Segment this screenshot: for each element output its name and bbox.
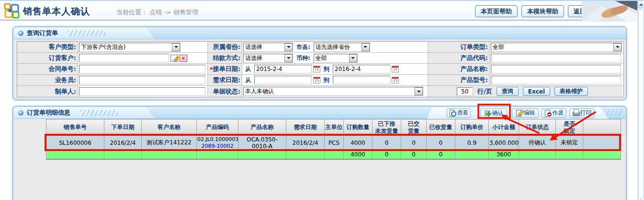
query-button[interactable]: 查询 [497,87,519,96]
order-customer-cell: ✕ [78,53,208,63]
screen: 销售单本人确认 当前位置： 点晴 -> 销售管理 本页面帮助 本模块帮助 返回 … [0,0,644,200]
select-value: 全部 [491,43,613,51]
query-panel-title: 查询订货单 [27,29,58,37]
view-button[interactable]: 查看 [447,108,471,118]
province-select[interactable]: 请选择 [243,43,293,52]
demand-date-from-input[interactable] [254,76,312,84]
receive-date-label: * 接单日期: [208,64,242,74]
summary-cell [556,150,583,159]
city-select[interactable]: 请先选择省份 [314,43,370,52]
handshake-photo [582,1,637,22]
select-value: 请先选择省份 [314,43,362,51]
view-icon [449,109,456,117]
product-code-text: 02.JL0.1000003 [197,136,237,143]
salesman-input[interactable] [79,76,205,84]
currency-select[interactable]: 全部 [314,54,358,63]
chevron-down-icon[interactable] [172,43,180,51]
contract-no-input[interactable] [79,65,205,73]
pick-customer-icon[interactable] [170,55,178,62]
order-customer-input[interactable] [79,54,169,62]
print-button[interactable]: 打印 [569,108,594,118]
chevron-down-icon[interactable] [284,54,293,62]
order-row-selected[interactable]: SL1600006 2016/2/4 测试客户141222 02.JL0.100… [46,136,621,150]
doc-status-label: 单据状态: [208,86,242,97]
product-code-input[interactable] [491,54,621,62]
cell-received: 0 [427,136,455,150]
void-button[interactable]: 作废 [542,108,566,118]
select-value: 请选择 [244,54,284,62]
product-code-label: 产品代码: [428,53,490,63]
currency-label: 币种: [296,54,310,62]
detail-table-wrap: 销售单号 下单日期 客户名称 产品编码 产品名称 需求日期 主单位 订购数量 已… [46,119,621,160]
creator-input[interactable] [79,87,205,96]
payment-method-select[interactable]: 请选择 [243,54,293,63]
scroll-up-button[interactable] [638,0,644,8]
scrollbar-thumb[interactable] [638,9,644,199]
cell-demand-date: 2016/2/4 [286,136,325,150]
vertical-scrollbar[interactable] [637,0,644,200]
chevron-down-icon[interactable] [284,43,293,51]
customer-type-select[interactable]: 下游客户(含混合) [79,43,181,52]
cell-pushed-unshipped: 0 [373,136,401,150]
form-row: 客户类型: 下游客户(含混合) 所属省份: 请选择 市县: [17,42,623,53]
col-header: 销售单号 [46,119,104,136]
calendar-icon[interactable] [313,66,320,72]
calendar-icon[interactable] [392,66,399,72]
summary-cell-qty: 4000 [344,150,373,159]
page-help-button[interactable]: 本页面帮助 [475,5,518,17]
chevron-down-icon[interactable] [613,43,621,51]
order-type-select[interactable]: 全部 [491,43,622,52]
order-customer-label: 订货客户: [17,53,78,63]
city-label: 市县: [296,43,310,51]
cell-delivered: 0 [401,136,427,150]
receive-date-to-input[interactable] [333,65,390,73]
calendar-icon[interactable] [392,77,399,83]
payment-method-label: 结款方式: [208,53,242,63]
summary-cell-delivered: 0 [401,150,427,159]
from-label: 从 [245,76,251,84]
cell-product-code: 02.JL0.1000003 2089-10002 [197,136,238,150]
product-name-label: 产品名称: [428,64,490,74]
required-mark: * [210,66,213,73]
detail-table: 销售单号 下单日期 客户名称 产品编码 产品名称 需求日期 主单位 订购数量 已… [46,119,621,160]
chevron-down-icon[interactable] [349,54,357,62]
doc-status-cell: 本人未确认 [242,86,428,97]
rows-per-page-input[interactable] [457,87,473,96]
page-title: 销售单本人确认 [23,5,90,18]
cell-status: 待确认 [519,136,556,150]
col-header: 已收货量 [427,119,455,136]
confirm-button[interactable]: 确认 [480,108,507,118]
doc-status-select[interactable]: 本人未确认 [243,87,423,96]
calendar-icon[interactable] [313,77,320,83]
product-code-link[interactable]: 2089-10002 [197,143,237,150]
receive-date-from-input[interactable] [254,65,312,73]
rows-per-page-label: 行/页 [477,87,492,96]
product-name-cell [490,64,623,74]
to-label: 到 [324,65,329,73]
col-header: 是否 锁定 [556,119,583,136]
customer-type-label: 客户类型: [17,42,78,52]
table-header-row: 销售单号 下单日期 客户名称 产品编码 产品名称 需求日期 主单位 订购数量 已… [46,119,621,136]
edit-button[interactable]: 编辑 [512,108,539,118]
query-form: 客户类型: 下游客户(含混合) 所属省份: 请选择 市县: [17,41,624,97]
table-maintain-button[interactable]: 表格维护 [554,87,588,96]
chevron-down-icon[interactable] [362,43,370,51]
summary-cell [104,150,142,159]
excel-button[interactable]: Excel [523,87,550,96]
cell-sales-no: SL1600006 [46,136,104,150]
province-label: 所属省份: [208,42,242,52]
product-model-input[interactable] [491,76,621,84]
summary-cell [583,150,621,159]
query-panel: 查询订货单 客户类型: 下游客户(含混合) 所属省份: [12,26,627,101]
creator-label: 制单人: [17,86,78,97]
clear-customer-icon[interactable]: ✕ [180,55,187,62]
product-name-input[interactable] [491,65,621,73]
module-help-button[interactable]: 本模块帮助 [521,5,564,17]
select-value: 下游客户(含混合) [79,43,172,51]
select-value: 全部 [314,54,349,62]
detail-panel-header: 订货单明细信息 查看 确认 编辑 作废 [13,107,626,119]
demand-date-to-input[interactable] [333,76,390,84]
creator-cell [78,86,208,97]
chevron-down-icon[interactable] [415,87,423,95]
summary-cell-pushed-unshipped: 0 [373,150,401,159]
